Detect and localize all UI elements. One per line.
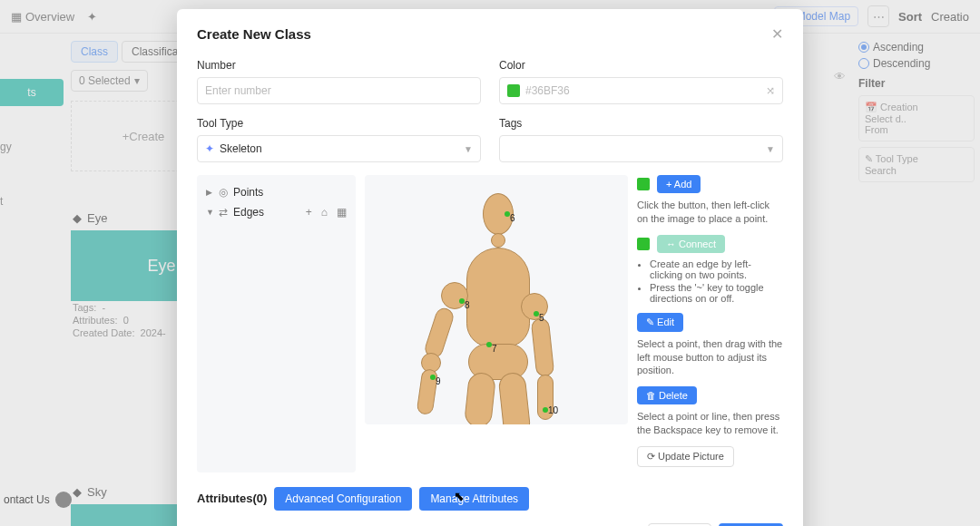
add-help-text: Click the button, then left-click on the…: [637, 199, 783, 226]
point-6: 6: [510, 213, 515, 223]
modal-overlay: Create New Class ✕ Number Color #36BF36 …: [0, 0, 980, 526]
points-icon: ◎: [219, 186, 228, 199]
advanced-config-button[interactable]: Advanced Configuration: [274, 487, 412, 511]
attributes-label: Attributes(0): [197, 492, 267, 505]
shuffle-icon[interactable]: ⤨: [766, 84, 775, 97]
tree-edges[interactable]: ▼ ⇄ Edges + ⌂ ▦: [204, 202, 348, 222]
add-edge-icon[interactable]: +: [306, 206, 312, 219]
delete-button[interactable]: 🗑 Delete: [637, 386, 697, 404]
tooltype-select[interactable]: ✦Skeleton ▼: [197, 135, 481, 162]
tags-label: Tags: [499, 117, 783, 130]
add-swatch: [637, 178, 650, 190]
help-panel: + Add Click the button, then left-click …: [637, 175, 783, 472]
connect-help-2: Press the '~' key to toggle directions o…: [650, 282, 783, 304]
create-class-modal: Create New Class ✕ Number Color #36BF36 …: [177, 9, 803, 526]
point-7: 7: [492, 344, 497, 354]
point-10: 10: [548, 405, 558, 415]
connect-help-1: Create an edge by left-clicking on two p…: [650, 258, 783, 280]
delete-help-text: Select a point or line, then press the B…: [637, 410, 783, 437]
point-8: 8: [465, 300, 470, 310]
connect-swatch: [637, 238, 650, 250]
manage-attributes-button[interactable]: Manage Attributes⬉: [419, 487, 529, 511]
skeleton-icon: ✦: [205, 142, 214, 155]
color-label: Color: [499, 59, 783, 72]
tree-points[interactable]: ▶ ◎ Points: [204, 182, 348, 202]
caret-right-icon: ▶: [206, 188, 213, 197]
skeleton-canvas[interactable]: 6 5 8 7 9 10: [365, 175, 628, 424]
edit-help-text: Select a point, then drag with the left …: [637, 337, 783, 378]
color-input[interactable]: #36BF36 ⤨: [499, 77, 783, 104]
folder-icon[interactable]: ⌂: [321, 206, 328, 219]
close-icon[interactable]: ✕: [771, 25, 783, 43]
tree-panel: ▶ ◎ Points ▼ ⇄ Edges + ⌂ ▦: [197, 175, 356, 472]
color-swatch: [507, 84, 520, 97]
edges-icon: ⇄: [219, 206, 228, 219]
number-label: Number: [197, 59, 481, 72]
chevron-down-icon: ▼: [766, 144, 775, 154]
modal-title: Create New Class: [197, 26, 311, 42]
edit-button[interactable]: ✎ Edit: [637, 313, 683, 332]
connect-button[interactable]: ↔ Connect: [657, 235, 725, 253]
tooltype-label: Tool Type: [197, 117, 481, 130]
point-5: 5: [539, 313, 544, 323]
tags-select[interactable]: ▼: [499, 135, 783, 162]
add-button[interactable]: + Add: [657, 175, 701, 193]
number-input[interactable]: [197, 77, 481, 104]
cursor-icon: ⬉: [454, 489, 465, 503]
point-9: 9: [436, 376, 441, 386]
chevron-down-icon: ▼: [464, 144, 473, 154]
grid-icon[interactable]: ▦: [337, 206, 347, 219]
update-picture-button[interactable]: ⟳ Update Picture: [637, 446, 734, 467]
caret-down-icon: ▼: [206, 208, 213, 217]
